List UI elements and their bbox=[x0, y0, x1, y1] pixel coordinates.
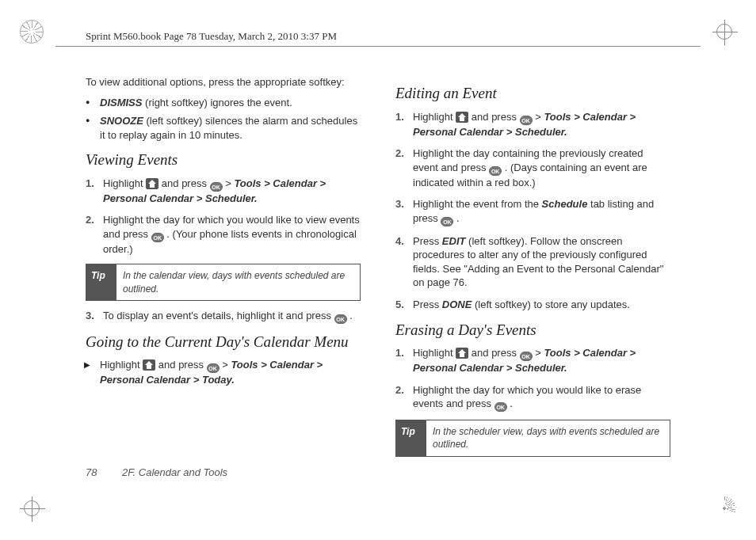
text: > bbox=[535, 347, 544, 359]
edit-step-2: Highlight the day containing the previou… bbox=[413, 146, 670, 189]
bullet-snooze: SNOOZE (left softkey) silences the alarm… bbox=[97, 114, 361, 142]
edit-step-5: Press DONE (left softkey) to store any u… bbox=[413, 298, 670, 312]
heading-editing-event: Editing an Event bbox=[395, 83, 670, 104]
page-number: 78 bbox=[86, 466, 97, 478]
text: and press bbox=[472, 111, 520, 123]
viewing-step-1: Highlight and press > Tools > Calendar >… bbox=[103, 177, 361, 206]
schedule-tab: Schedule bbox=[542, 198, 588, 210]
text: and press bbox=[162, 177, 210, 189]
left-column: To view additional options, press the ap… bbox=[86, 75, 361, 485]
text: > bbox=[225, 177, 234, 189]
text: To display an event's details, highlight… bbox=[103, 310, 334, 321]
edit-step-4: Press EDIT (left softkey). Follow the on… bbox=[413, 234, 670, 290]
edit-softkey: EDIT bbox=[442, 235, 466, 247]
ok-icon bbox=[441, 217, 453, 226]
page-footer: 78 2F. Calendar and Tools bbox=[86, 466, 227, 478]
text: Highlight the day for which you would li… bbox=[413, 384, 641, 410]
text: . bbox=[349, 310, 353, 321]
dismiss-label: DISMISS bbox=[100, 97, 142, 108]
right-column: Editing an Event Highlight and press > T… bbox=[395, 75, 670, 485]
tip-text: In the scheduler view, days with events … bbox=[426, 420, 670, 455]
text: . bbox=[510, 397, 513, 409]
text: Highlight bbox=[100, 359, 143, 371]
ok-icon bbox=[489, 166, 502, 176]
ok-icon bbox=[210, 182, 223, 192]
home-icon bbox=[146, 178, 158, 189]
done-softkey: DONE bbox=[442, 299, 472, 310]
ok-icon bbox=[494, 402, 507, 412]
snooze-label: SNOOZE bbox=[100, 115, 143, 127]
text: Highlight bbox=[413, 111, 456, 123]
tip-box: Tip In the scheduler view, days with eve… bbox=[395, 420, 670, 456]
text: (left softkey) to store any updates. bbox=[475, 299, 630, 310]
erase-step-2: Highlight the day for which you would li… bbox=[413, 383, 670, 413]
text: > bbox=[222, 359, 231, 371]
text: Press bbox=[413, 299, 442, 310]
text: Highlight bbox=[413, 347, 456, 359]
heading-erasing-events: Erasing a Day's Events bbox=[395, 320, 670, 340]
intro-text: To view additional options, press the ap… bbox=[86, 75, 361, 89]
ok-icon bbox=[207, 363, 220, 373]
text: . bbox=[456, 212, 460, 224]
today-step: Highlight and press > Tools > Calendar >… bbox=[97, 358, 361, 387]
ok-icon bbox=[334, 314, 347, 324]
text: Highlight bbox=[103, 177, 146, 189]
tip-label: Tip bbox=[86, 264, 116, 299]
text: Highlight the event from the bbox=[413, 198, 542, 210]
ok-icon bbox=[520, 352, 533, 361]
home-icon bbox=[143, 359, 155, 371]
erase-step-1: Highlight and press > Tools > Calendar >… bbox=[413, 346, 670, 375]
edit-step-3: Highlight the event from the Schedule ta… bbox=[413, 197, 670, 226]
text: > bbox=[535, 111, 544, 123]
edit-step-1: Highlight and press > Tools > Calendar >… bbox=[413, 110, 670, 139]
dismiss-desc: (right softkey) ignores the event. bbox=[142, 97, 292, 108]
text: and press bbox=[472, 347, 520, 359]
tip-box: Tip In the calendar view, days with even… bbox=[86, 264, 361, 300]
tip-text: In the calendar view, days with events s… bbox=[116, 264, 360, 299]
viewing-step-2: Highlight the day for which you would li… bbox=[103, 213, 361, 256]
doc-header: Sprint M560.book Page 78 Tuesday, March … bbox=[86, 30, 337, 43]
heading-current-day: Going to the Current Day's Calendar Menu bbox=[86, 332, 361, 352]
text: and press bbox=[158, 359, 207, 371]
bullet-dismiss: DISMISS (right softkey) ignores the even… bbox=[97, 96, 361, 110]
ok-icon bbox=[151, 233, 164, 242]
home-icon bbox=[456, 348, 468, 359]
ok-icon bbox=[520, 116, 533, 125]
text: Press bbox=[413, 235, 442, 247]
tip-label: Tip bbox=[396, 420, 426, 455]
page-body: To view additional options, press the ap… bbox=[86, 75, 670, 485]
section-title: 2F. Calendar and Tools bbox=[122, 466, 227, 478]
home-icon bbox=[456, 112, 468, 123]
viewing-step-3: To display an event's details, highlight… bbox=[103, 309, 361, 324]
heading-viewing-events: Viewing Events bbox=[86, 150, 361, 170]
